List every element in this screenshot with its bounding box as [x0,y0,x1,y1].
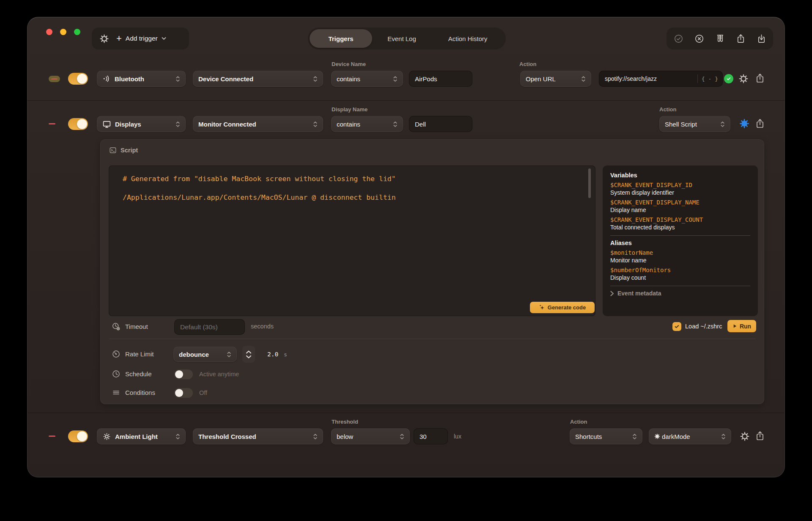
trigger-event-select[interactable]: Monitor Connected [193,116,323,132]
test-tubes-icon[interactable] [714,33,725,44]
trigger-source-select[interactable]: Displays [97,116,186,132]
generate-code-button[interactable]: Generate code [530,302,595,313]
import-download-icon[interactable] [756,33,767,44]
row-settings-gear-icon[interactable] [738,74,749,84]
script-code-editor[interactable]: # Generated from "disable MacBook screen… [109,165,595,316]
action-type-select[interactable]: Shortcuts [570,428,642,444]
trigger-enabled-toggle[interactable] [68,118,88,130]
tab-event-log[interactable]: Event Log [372,29,431,48]
filter-value-input[interactable] [409,116,472,132]
action-type-select[interactable]: Open URL [520,71,591,87]
shortcut-select[interactable]: darkMode [649,428,731,444]
alias-token[interactable]: $monitorName [610,249,750,256]
token-insert-button[interactable]: { · } [702,76,718,82]
play-icon [732,324,737,328]
action-type-select[interactable]: Shell Script [659,116,730,132]
chevron-updown-icon [176,121,180,128]
chevron-updown-icon [632,433,637,440]
rate-limit-stepper[interactable] [242,346,255,363]
variable-token[interactable]: $CRANK_EVENT_DISPLAY_NAME [610,199,750,206]
generate-code-label: Generate code [548,304,586,311]
close-window-button[interactable] [46,29,52,35]
variable-description: Display name [610,207,750,213]
shell-script-panel: Script # Generated from "disable MacBook… [100,139,764,404]
row-share-icon[interactable] [755,73,765,83]
filter-value-input[interactable] [414,428,448,444]
action-settings-gear-icon[interactable] [739,119,749,129]
chevron-updown-icon [176,433,180,440]
trigger-enabled-toggle[interactable] [68,430,88,442]
variable-token[interactable]: $CRANK_EVENT_DISPLAY_ID [610,182,750,188]
remove-trigger-button[interactable] [49,436,55,437]
action-url-value: spotify://search/jazz [605,75,697,82]
toggle-knob [175,389,183,397]
zoom-window-button[interactable] [74,29,80,35]
schedule-toggle[interactable] [174,369,193,379]
trigger-event-select[interactable]: Threshold Crossed [193,428,323,444]
aliases-title: Aliases [610,240,750,246]
load-zshrc-checkbox[interactable] [672,322,681,331]
minimize-window-button[interactable] [60,29,66,35]
variable-description: Total connected displays [610,224,750,231]
alias-description: Monitor name [610,257,750,264]
tab-triggers[interactable]: Triggers [310,29,372,48]
remove-trigger-button[interactable] [49,123,55,124]
sparkle-icon [539,304,545,311]
chevron-up-icon[interactable] [246,350,252,354]
sun-icon [102,432,111,441]
panel-divider [610,286,750,286]
check-icon [674,324,680,329]
trigger-event-label: Monitor Connected [198,121,256,128]
rate-limit-mode: debounce [179,351,209,358]
timeout-input[interactable] [174,319,245,335]
chevron-updown-icon [313,75,318,83]
scrollbar-thumb[interactable] [588,168,591,198]
trigger-event-label: Device Connected [198,75,253,83]
script-header: Script [109,146,138,154]
tab-action-history[interactable]: Action History [431,29,504,48]
plus-icon: + [116,34,122,43]
action-type-label: Shortcuts [575,433,602,440]
shortcut-gear-glyph [654,433,660,439]
trigger-source-select[interactable]: Bluetooth [97,71,186,87]
chevron-updown-icon [313,433,318,440]
chevron-updown-icon [393,121,398,128]
screen: + Add trigger Triggers Event Log Action … [0,0,812,521]
action-label: Action [519,61,536,67]
row-share-icon[interactable] [755,431,765,441]
filter-operator-select[interactable]: below [331,428,410,444]
trigger-source-select[interactable]: Ambient Light [97,428,186,444]
event-metadata-disclosure[interactable]: Event metadata [610,290,750,297]
settings-gear-icon[interactable] [99,33,110,44]
filter-operator-select[interactable]: contains [331,71,403,87]
conditions-lines-icon [112,388,121,397]
add-trigger-button[interactable]: + Add trigger [116,34,166,43]
row-settings-gear-icon[interactable] [740,431,750,441]
schedule-status: Active anytime [199,371,239,378]
conditions-toggle[interactable] [174,388,193,398]
alias-token[interactable]: $numberOfMonitors [610,267,750,273]
variable-token[interactable]: $CRANK_EVENT_DISPLAY_COUNT [610,216,750,223]
run-button[interactable]: Run [727,320,756,332]
cancel-x-circle-icon[interactable] [694,33,705,44]
chevron-updown-icon [721,433,726,440]
load-zshrc-label: Load ~/.zshrc [685,323,722,330]
trigger-event-select[interactable]: Device Connected [193,71,323,87]
rate-limit-value[interactable]: 2.0 [267,351,278,358]
filter-value-input[interactable] [409,71,472,87]
rate-limit-mode-select[interactable]: debounce [173,347,237,362]
action-type-label: Shell Script [665,121,697,128]
remove-trigger-button[interactable] [49,76,60,82]
validate-check-circle-icon[interactable] [673,33,684,44]
terminal-icon [109,146,117,154]
valid-status-badge [724,74,733,83]
chevron-down-icon[interactable] [246,355,252,358]
action-url-field[interactable]: spotify://search/jazz { · } [599,71,723,87]
timeout-clock-icon [112,322,121,331]
trigger-enabled-toggle[interactable] [68,73,88,85]
rate-limit-label: Rate Limit [125,350,154,358]
share-icon[interactable] [735,33,746,44]
row-share-icon[interactable] [755,119,765,129]
filter-operator-select[interactable]: contains [331,116,403,132]
filter-unit-label: lux [454,433,461,440]
